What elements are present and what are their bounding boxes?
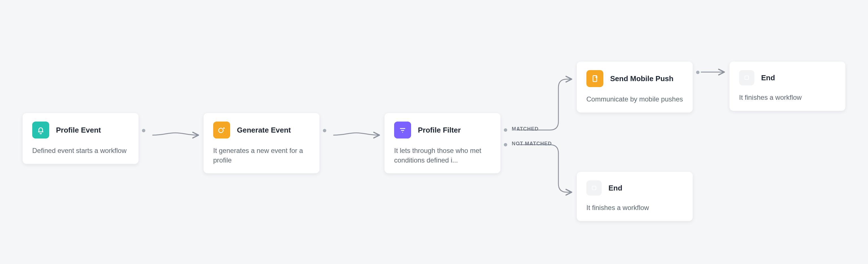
node-title: End (761, 73, 775, 82)
node-send-mobile-push[interactable]: Send Mobile Push Communicate by mobile p… (577, 62, 693, 112)
node-end-bottom[interactable]: End It finishes a workflow (577, 172, 693, 221)
node-output-port-not-matched[interactable] (504, 143, 507, 146)
node-output-port[interactable] (323, 129, 326, 132)
mobile-push-icon (586, 70, 603, 87)
node-title: Profile Filter (418, 126, 461, 135)
node-profile-event[interactable]: Profile Event Defined event starts a wor… (23, 113, 138, 164)
generate-event-icon (213, 122, 230, 138)
bell-icon (32, 122, 49, 138)
filter-icon (394, 122, 411, 138)
node-output-port-matched[interactable] (504, 128, 507, 132)
node-output-port[interactable] (142, 129, 145, 132)
svg-rect-2 (745, 76, 749, 80)
node-end-top[interactable]: End It finishes a workflow (730, 62, 845, 111)
workflow-canvas[interactable]: Profile Event Defined event starts a wor… (0, 0, 868, 264)
node-title: End (609, 184, 622, 193)
node-description: Communicate by mobile pushes (586, 94, 683, 104)
node-title: Generate Event (237, 126, 291, 135)
node-description: Defined event starts a workflow (32, 146, 129, 156)
branch-label-matched: MATCHED (512, 126, 538, 132)
node-description: It finishes a workflow (739, 93, 836, 102)
node-profile-filter[interactable]: Profile Filter It lets through those who… (384, 113, 500, 173)
stop-icon (586, 180, 602, 196)
node-description: It lets through those who met conditions… (394, 146, 491, 165)
node-title: Profile Event (56, 126, 101, 135)
node-description: It generates a new event for a profile (213, 146, 310, 165)
svg-point-0 (219, 128, 223, 133)
node-title: Send Mobile Push (610, 74, 674, 83)
node-output-port[interactable] (696, 71, 700, 74)
node-generate-event[interactable]: Generate Event It generates a new event … (204, 113, 319, 173)
node-description: It finishes a workflow (586, 203, 683, 212)
svg-rect-3 (592, 186, 596, 190)
stop-icon (739, 70, 754, 85)
branch-label-not-matched: NOT MATCHED (512, 141, 552, 147)
